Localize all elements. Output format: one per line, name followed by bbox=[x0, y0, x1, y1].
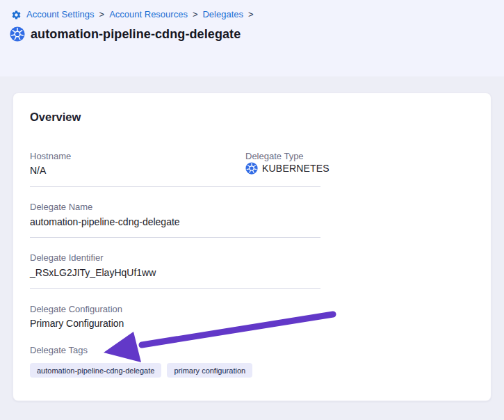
delegate-name-label: Delegate Name bbox=[30, 202, 92, 213]
delegate-configuration-value: Primary Configuration bbox=[30, 317, 124, 330]
breadcrumb-link-account-resources[interactable]: Account Resources bbox=[109, 9, 188, 20]
divider bbox=[30, 186, 320, 187]
breadcrumb-separator: > bbox=[193, 9, 198, 20]
overview-card: Overview Hostname N/A Delegate Type KUBE… bbox=[13, 92, 491, 401]
kubernetes-icon bbox=[245, 162, 258, 175]
card-heading: Overview bbox=[30, 111, 81, 124]
delegate-configuration-label: Delegate Configuration bbox=[30, 304, 122, 315]
delegate-tags-list: automation-pipeline-cdng-delegate primar… bbox=[30, 363, 252, 378]
delegate-type-text: KUBERNETES bbox=[262, 162, 330, 175]
delegate-identifier-value: _RSxLG2JITy_ElayHqUf1ww bbox=[30, 266, 156, 279]
delegate-type-label: Delegate Type bbox=[245, 151, 304, 162]
delegate-name-value: automation-pipeline-cdng-delegate bbox=[30, 216, 180, 228]
delegate-tags-label: Delegate Tags bbox=[30, 345, 88, 356]
tag-badge: primary configuration bbox=[167, 363, 252, 378]
page-header: Account Settings > Account Resources > D… bbox=[0, 0, 504, 76]
page-title: automation-pipeline-cdng-delegate bbox=[31, 27, 241, 42]
divider bbox=[30, 288, 320, 289]
breadcrumb-link-delegates[interactable]: Delegates bbox=[202, 9, 243, 20]
divider bbox=[30, 237, 320, 238]
breadcrumb-separator: > bbox=[248, 9, 254, 20]
gear-icon bbox=[11, 10, 22, 20]
breadcrumb-separator: > bbox=[99, 9, 105, 20]
hostname-value: N/A bbox=[30, 164, 46, 177]
breadcrumb-link-account-settings[interactable]: Account Settings bbox=[26, 9, 95, 20]
hostname-label: Hostname bbox=[30, 151, 71, 162]
delegate-identifier-label: Delegate Identifier bbox=[30, 252, 104, 264]
kubernetes-icon bbox=[10, 26, 25, 42]
tag-badge: automation-pipeline-cdng-delegate bbox=[30, 363, 161, 378]
page-title-row: automation-pipeline-cdng-delegate bbox=[10, 26, 241, 42]
breadcrumb: Account Settings > Account Resources > D… bbox=[11, 9, 254, 20]
delegate-type-value: KUBERNETES bbox=[245, 162, 330, 175]
